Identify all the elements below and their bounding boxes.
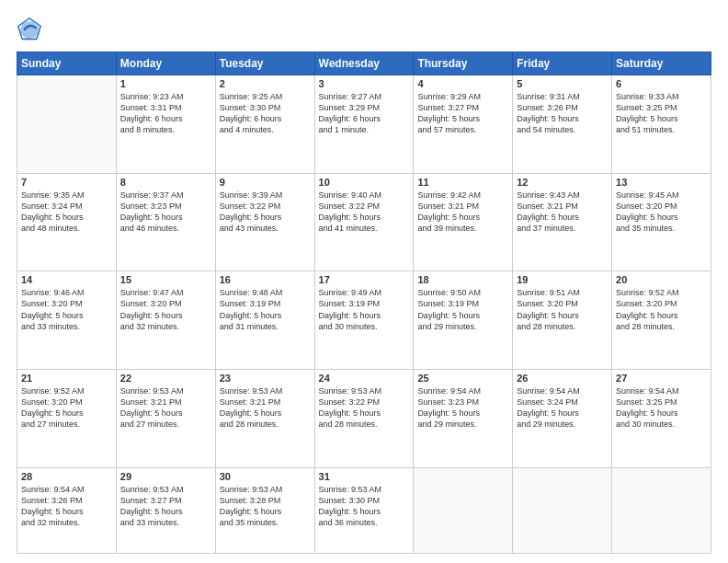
day-number: 28	[21, 471, 112, 482]
day-number: 4	[417, 78, 508, 89]
day-number: 31	[319, 471, 410, 482]
calendar-cell: 28Sunrise: 9:54 AM Sunset: 3:26 PM Dayli…	[17, 467, 117, 553]
calendar-header-row: SundayMondayTuesdayWednesdayThursdayFrid…	[17, 52, 711, 75]
calendar-week-2: 7Sunrise: 9:35 AM Sunset: 3:24 PM Daylig…	[17, 173, 711, 271]
day-info: Sunrise: 9:50 AM Sunset: 3:19 PM Dayligh…	[417, 287, 508, 332]
day-info: Sunrise: 9:48 AM Sunset: 3:19 PM Dayligh…	[220, 287, 311, 332]
day-number: 26	[517, 373, 608, 384]
calendar-cell: 25Sunrise: 9:54 AM Sunset: 3:23 PM Dayli…	[414, 369, 513, 467]
day-info: Sunrise: 9:53 AM Sunset: 3:27 PM Dayligh…	[120, 484, 211, 529]
day-number: 25	[417, 373, 508, 384]
day-number: 27	[616, 373, 707, 384]
calendar-cell: 21Sunrise: 9:52 AM Sunset: 3:20 PM Dayli…	[17, 369, 117, 467]
calendar-cell: 3Sunrise: 9:27 AM Sunset: 3:29 PM Daylig…	[314, 75, 414, 174]
day-info: Sunrise: 9:31 AM Sunset: 3:26 PM Dayligh…	[517, 91, 608, 136]
day-number: 18	[417, 274, 508, 285]
calendar-cell: 29Sunrise: 9:53 AM Sunset: 3:27 PM Dayli…	[116, 467, 215, 553]
calendar-cell: 1Sunrise: 9:23 AM Sunset: 3:31 PM Daylig…	[116, 75, 215, 174]
calendar-cell: 4Sunrise: 9:29 AM Sunset: 3:27 PM Daylig…	[414, 75, 513, 174]
day-number: 5	[517, 78, 608, 89]
calendar-table: SundayMondayTuesdayWednesdayThursdayFrid…	[17, 52, 711, 554]
calendar-cell: 20Sunrise: 9:52 AM Sunset: 3:20 PM Dayli…	[612, 271, 711, 370]
calendar-cell: 10Sunrise: 9:40 AM Sunset: 3:22 PM Dayli…	[314, 173, 414, 271]
day-info: Sunrise: 9:25 AM Sunset: 3:30 PM Dayligh…	[220, 91, 311, 136]
day-number: 11	[417, 177, 508, 188]
day-number: 6	[616, 78, 707, 89]
logo-icon	[17, 17, 42, 42]
calendar-week-4: 21Sunrise: 9:52 AM Sunset: 3:20 PM Dayli…	[17, 369, 711, 467]
calendar-cell	[17, 75, 117, 174]
day-number: 14	[21, 274, 112, 285]
calendar-week-3: 14Sunrise: 9:46 AM Sunset: 3:20 PM Dayli…	[17, 271, 711, 370]
calendar-cell	[612, 467, 711, 553]
day-info: Sunrise: 9:54 AM Sunset: 3:23 PM Dayligh…	[417, 385, 508, 431]
day-number: 12	[517, 177, 608, 188]
day-info: Sunrise: 9:52 AM Sunset: 3:20 PM Dayligh…	[21, 385, 112, 431]
logo	[17, 17, 46, 42]
day-info: Sunrise: 9:52 AM Sunset: 3:20 PM Dayligh…	[616, 287, 707, 332]
day-info: Sunrise: 9:35 AM Sunset: 3:24 PM Dayligh…	[21, 190, 112, 235]
calendar-cell: 26Sunrise: 9:54 AM Sunset: 3:24 PM Dayli…	[513, 369, 612, 467]
day-number: 20	[616, 274, 707, 285]
day-info: Sunrise: 9:53 AM Sunset: 3:21 PM Dayligh…	[120, 385, 211, 431]
day-info: Sunrise: 9:23 AM Sunset: 3:31 PM Dayligh…	[120, 91, 211, 136]
calendar-cell: 13Sunrise: 9:45 AM Sunset: 3:20 PM Dayli…	[612, 173, 711, 271]
day-number: 15	[120, 274, 211, 285]
page: SundayMondayTuesdayWednesdayThursdayFrid…	[0, 0, 728, 563]
calendar-cell: 11Sunrise: 9:42 AM Sunset: 3:21 PM Dayli…	[414, 173, 513, 271]
calendar-cell: 14Sunrise: 9:46 AM Sunset: 3:20 PM Dayli…	[17, 271, 117, 370]
header	[17, 17, 711, 42]
day-info: Sunrise: 9:53 AM Sunset: 3:21 PM Dayligh…	[220, 385, 311, 431]
day-info: Sunrise: 9:53 AM Sunset: 3:28 PM Dayligh…	[220, 484, 311, 529]
day-info: Sunrise: 9:45 AM Sunset: 3:20 PM Dayligh…	[616, 190, 707, 235]
calendar-cell: 27Sunrise: 9:54 AM Sunset: 3:25 PM Dayli…	[612, 369, 711, 467]
calendar-cell: 18Sunrise: 9:50 AM Sunset: 3:19 PM Dayli…	[414, 271, 513, 370]
day-number: 9	[220, 177, 311, 188]
day-info: Sunrise: 9:37 AM Sunset: 3:23 PM Dayligh…	[120, 190, 211, 235]
calendar-cell	[414, 467, 513, 553]
calendar-cell: 5Sunrise: 9:31 AM Sunset: 3:26 PM Daylig…	[513, 75, 612, 174]
day-number: 1	[120, 78, 211, 89]
day-number: 19	[517, 274, 608, 285]
day-number: 30	[220, 471, 311, 482]
day-info: Sunrise: 9:54 AM Sunset: 3:24 PM Dayligh…	[517, 385, 608, 431]
calendar-cell	[513, 467, 612, 553]
day-number: 2	[220, 78, 311, 89]
weekday-header-sunday: Sunday	[17, 52, 117, 75]
day-number: 22	[120, 373, 211, 384]
day-info: Sunrise: 9:47 AM Sunset: 3:20 PM Dayligh…	[120, 287, 211, 332]
day-info: Sunrise: 9:53 AM Sunset: 3:30 PM Dayligh…	[319, 484, 410, 529]
day-number: 23	[220, 373, 311, 384]
day-number: 7	[21, 177, 112, 188]
day-info: Sunrise: 9:29 AM Sunset: 3:27 PM Dayligh…	[417, 91, 508, 136]
day-number: 3	[319, 78, 410, 89]
calendar-cell: 12Sunrise: 9:43 AM Sunset: 3:21 PM Dayli…	[513, 173, 612, 271]
day-number: 29	[120, 471, 211, 482]
day-info: Sunrise: 9:53 AM Sunset: 3:22 PM Dayligh…	[319, 385, 410, 431]
day-info: Sunrise: 9:51 AM Sunset: 3:20 PM Dayligh…	[517, 287, 608, 332]
day-info: Sunrise: 9:46 AM Sunset: 3:20 PM Dayligh…	[21, 287, 112, 332]
calendar-cell: 6Sunrise: 9:33 AM Sunset: 3:25 PM Daylig…	[612, 75, 711, 174]
day-info: Sunrise: 9:39 AM Sunset: 3:22 PM Dayligh…	[220, 190, 311, 235]
day-info: Sunrise: 9:43 AM Sunset: 3:21 PM Dayligh…	[517, 190, 608, 235]
weekday-header-monday: Monday	[116, 52, 215, 75]
day-info: Sunrise: 9:42 AM Sunset: 3:21 PM Dayligh…	[417, 190, 508, 235]
calendar-cell: 31Sunrise: 9:53 AM Sunset: 3:30 PM Dayli…	[314, 467, 414, 553]
calendar-cell: 7Sunrise: 9:35 AM Sunset: 3:24 PM Daylig…	[17, 173, 117, 271]
day-number: 21	[21, 373, 112, 384]
calendar-cell: 15Sunrise: 9:47 AM Sunset: 3:20 PM Dayli…	[116, 271, 215, 370]
day-number: 17	[319, 274, 410, 285]
day-number: 24	[319, 373, 410, 384]
calendar-cell: 30Sunrise: 9:53 AM Sunset: 3:28 PM Dayli…	[215, 467, 314, 553]
calendar-cell: 17Sunrise: 9:49 AM Sunset: 3:19 PM Dayli…	[314, 271, 414, 370]
weekday-header-saturday: Saturday	[612, 52, 711, 75]
calendar-cell: 2Sunrise: 9:25 AM Sunset: 3:30 PM Daylig…	[215, 75, 314, 174]
calendar-cell: 19Sunrise: 9:51 AM Sunset: 3:20 PM Dayli…	[513, 271, 612, 370]
calendar-cell: 23Sunrise: 9:53 AM Sunset: 3:21 PM Dayli…	[215, 369, 314, 467]
calendar-cell: 16Sunrise: 9:48 AM Sunset: 3:19 PM Dayli…	[215, 271, 314, 370]
calendar-cell: 24Sunrise: 9:53 AM Sunset: 3:22 PM Dayli…	[314, 369, 414, 467]
day-info: Sunrise: 9:33 AM Sunset: 3:25 PM Dayligh…	[616, 91, 707, 136]
day-number: 8	[120, 177, 211, 188]
calendar-week-5: 28Sunrise: 9:54 AM Sunset: 3:26 PM Dayli…	[17, 467, 711, 553]
calendar-cell: 8Sunrise: 9:37 AM Sunset: 3:23 PM Daylig…	[116, 173, 215, 271]
